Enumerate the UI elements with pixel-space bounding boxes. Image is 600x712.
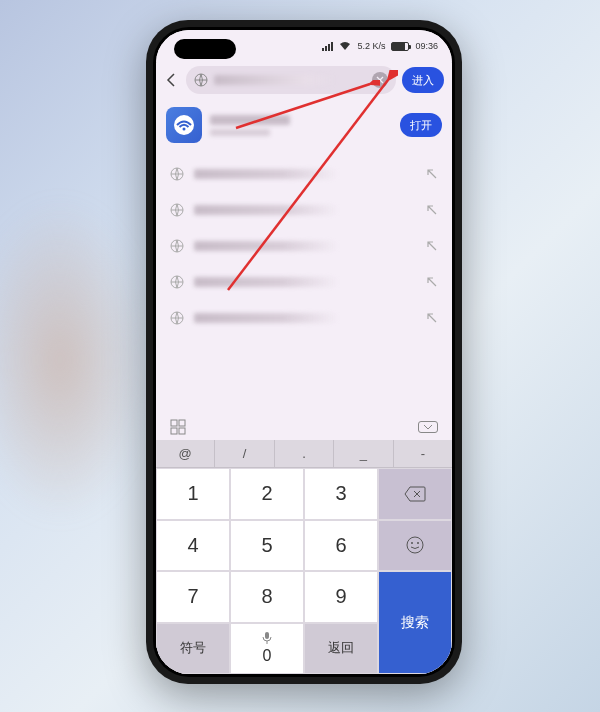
camera-punch-hole (174, 39, 236, 59)
url-input[interactable] (186, 66, 396, 94)
history-text-blurred (194, 313, 416, 323)
history-text-blurred (194, 241, 416, 251)
svg-point-15 (417, 542, 419, 544)
svg-rect-12 (265, 632, 269, 639)
globe-icon (170, 311, 184, 325)
arrow-up-left-icon (426, 204, 438, 216)
sym-underscore-key[interactable]: _ (334, 440, 393, 467)
svg-point-14 (411, 542, 413, 544)
arrow-up-left-icon (426, 168, 438, 180)
globe-icon (170, 275, 184, 289)
enter-button-label: 进入 (412, 73, 434, 88)
wifi-status-icon (339, 41, 351, 51)
app-title-area (210, 115, 392, 136)
open-app-button[interactable]: 打开 (400, 113, 442, 137)
phone-frame: 5.2 K/s 09:36 进入 (146, 20, 462, 684)
history-list (156, 152, 452, 340)
key-6[interactable]: 6 (304, 520, 378, 572)
address-bar-row: 进入 (156, 62, 452, 98)
app-suggestion-card[interactable]: 打开 (166, 104, 442, 146)
svg-rect-10 (171, 428, 177, 434)
history-text-blurred (194, 205, 416, 215)
return-key[interactable]: 返回 (304, 623, 378, 675)
sym-dash-key[interactable]: - (394, 440, 452, 467)
clock-label: 09:36 (415, 41, 438, 51)
keyboard-toolbar (156, 414, 452, 440)
svg-point-13 (407, 537, 423, 553)
arrow-up-left-icon (426, 312, 438, 324)
clear-input-button[interactable] (372, 72, 388, 88)
url-text-blurred (214, 75, 366, 85)
numeric-keyboard: @ / . _ - 1 2 3 4 5 6 7 8 (156, 440, 452, 674)
emoji-key[interactable] (378, 520, 452, 572)
globe-icon (170, 239, 184, 253)
key-4[interactable]: 4 (156, 520, 230, 572)
svg-rect-9 (179, 420, 185, 426)
history-item[interactable] (156, 264, 452, 300)
key-0[interactable]: 0 (230, 623, 304, 675)
key-7[interactable]: 7 (156, 571, 230, 623)
back-icon[interactable] (164, 72, 180, 88)
symbol-row: @ / . _ - (156, 440, 452, 468)
key-1[interactable]: 1 (156, 468, 230, 520)
key-2[interactable]: 2 (230, 468, 304, 520)
key-5[interactable]: 5 (230, 520, 304, 572)
open-button-label: 打开 (410, 118, 432, 133)
backspace-icon (404, 486, 426, 502)
history-item[interactable] (156, 156, 452, 192)
smile-icon (406, 536, 424, 554)
svg-point-2 (183, 128, 186, 131)
hide-keyboard-button[interactable] (418, 421, 438, 433)
history-item[interactable] (156, 228, 452, 264)
mic-icon (260, 631, 274, 645)
key-8[interactable]: 8 (230, 571, 304, 623)
network-speed-label: 5.2 K/s (357, 41, 385, 51)
sym-at-key[interactable]: @ (156, 440, 215, 467)
svg-rect-8 (171, 420, 177, 426)
history-text-blurred (194, 169, 416, 179)
sym-dot-key[interactable]: . (275, 440, 334, 467)
apps-grid-icon[interactable] (170, 419, 186, 435)
backspace-key[interactable] (378, 468, 452, 520)
app-icon-wifi (166, 107, 202, 143)
globe-icon (170, 203, 184, 217)
key-9[interactable]: 9 (304, 571, 378, 623)
mode-symbols-key[interactable]: 符号 (156, 623, 230, 675)
search-key-label: 搜索 (401, 614, 429, 632)
history-item[interactable] (156, 192, 452, 228)
phone-screen: 5.2 K/s 09:36 进入 (156, 30, 452, 674)
signal-icon (322, 42, 333, 51)
battery-icon (391, 42, 409, 51)
search-key[interactable]: 搜索 (378, 571, 452, 674)
globe-icon (170, 167, 184, 181)
history-text-blurred (194, 277, 416, 287)
svg-rect-11 (179, 428, 185, 434)
history-item[interactable] (156, 300, 452, 336)
key-3[interactable]: 3 (304, 468, 378, 520)
globe-icon (194, 73, 208, 87)
enter-button[interactable]: 进入 (402, 67, 444, 93)
arrow-up-left-icon (426, 276, 438, 288)
arrow-up-left-icon (426, 240, 438, 252)
sym-slash-key[interactable]: / (215, 440, 274, 467)
